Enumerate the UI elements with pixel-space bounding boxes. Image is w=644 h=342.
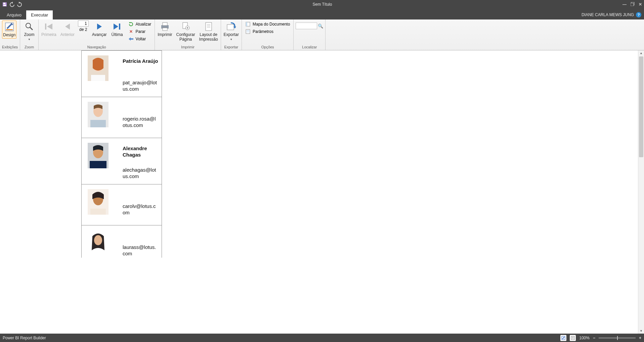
print-layout-button[interactable]: Layout de Impressão	[199, 20, 219, 43]
tab-run[interactable]: Executar	[26, 10, 53, 19]
binoculars-icon[interactable]: 🔍	[318, 24, 323, 29]
print-icon	[160, 21, 170, 32]
person-email: carolv@lotus.com	[123, 203, 158, 216]
ribbon-group-zoom-label: Zoom	[22, 45, 36, 50]
svg-rect-16	[119, 24, 120, 30]
print-layout-icon	[203, 21, 214, 32]
person-photo	[88, 189, 109, 215]
person-email: pat_araujo@lotus.com	[123, 80, 158, 92]
next-page-label: Avançar	[92, 33, 107, 37]
ribbon: Design Exibições Zoom ▼ Zoom Primeira	[0, 19, 644, 50]
svg-rect-21	[163, 28, 167, 31]
chevron-down-icon: ▼	[230, 38, 232, 41]
print-layout-label: Layout de Impressão	[199, 33, 218, 42]
zoom-slider[interactable]	[599, 337, 636, 339]
svg-rect-1	[3, 3, 5, 4]
stop-button[interactable]: ✕ Parar	[127, 29, 153, 35]
zoom-in-button[interactable]: +	[639, 336, 641, 340]
scroll-down-icon[interactable]: ▼	[638, 328, 644, 334]
doc-map-button[interactable]: Mapa do Documento	[244, 21, 291, 27]
next-page-button[interactable]: Avançar	[91, 20, 108, 38]
person-email: alechagas@lotus.com	[123, 167, 158, 180]
tab-file[interactable]: Arquivo	[2, 10, 26, 19]
find-input[interactable]	[296, 23, 317, 29]
svg-point-24	[187, 27, 188, 29]
print-button[interactable]: Imprimir	[157, 20, 173, 38]
svg-rect-20	[163, 23, 167, 26]
svg-rect-34	[247, 30, 249, 31]
scrollbar-thumb[interactable]	[639, 56, 643, 157]
person-name: Alexandre Chagas	[123, 145, 158, 158]
find-box: 🔍	[296, 20, 323, 29]
zoom-level-label: 100%	[579, 336, 590, 340]
options-small-buttons: Mapa do Documento Parâmetros	[244, 20, 291, 35]
minimize-icon[interactable]: —	[622, 2, 627, 7]
status-bar: Power BI Report Builder 100% − +	[0, 334, 644, 342]
status-controls: 100% − +	[560, 335, 641, 341]
report-card: Patrícia Araújo pat_araujo@lotus.com	[82, 51, 162, 97]
ribbon-group-zoom: Zoom ▼ Zoom	[20, 19, 39, 50]
export-label: Exportar	[224, 33, 239, 37]
prev-page-button[interactable]: Anterior	[60, 20, 75, 38]
report-canvas: Patrícia Araújo pat_araujo@lotus.com rog…	[0, 50, 644, 334]
svg-marker-14	[97, 24, 102, 30]
quick-access-toolbar	[2, 2, 22, 7]
restore-icon[interactable]	[631, 2, 635, 7]
svg-line-10	[30, 27, 33, 30]
svg-marker-4	[19, 2, 20, 4]
ribbon-group-nav: Primeira Anterior de 2 Avançar	[39, 19, 155, 50]
close-icon[interactable]: ✕	[639, 2, 642, 7]
undo-icon[interactable]	[9, 2, 15, 7]
params-button[interactable]: Parâmetros	[244, 29, 291, 35]
scroll-up-icon[interactable]: ▲	[638, 50, 644, 56]
zoom-out-button[interactable]: −	[593, 336, 595, 340]
person-photo	[88, 143, 109, 168]
view-design-icon[interactable]	[560, 335, 566, 341]
svg-point-51	[94, 235, 102, 245]
redo-icon[interactable]	[17, 2, 22, 7]
chevron-down-icon: ▼	[28, 38, 31, 41]
svg-rect-41	[90, 120, 106, 127]
status-app-label: Power BI Report Builder	[3, 336, 560, 340]
vertical-scrollbar[interactable]: ▲ ▼	[638, 50, 644, 334]
last-page-button[interactable]: Última	[110, 20, 124, 38]
zoom-button[interactable]: Zoom ▼	[22, 20, 36, 42]
last-page-label: Última	[112, 33, 123, 37]
params-icon	[245, 29, 251, 34]
svg-rect-35	[247, 32, 249, 32]
help-icon[interactable]: ?	[636, 12, 641, 17]
ribbon-group-find-label: Localizar	[296, 45, 323, 50]
svg-rect-8	[6, 29, 13, 30]
view-preview-icon[interactable]	[570, 335, 576, 341]
prev-page-label: Anterior	[60, 33, 75, 37]
design-button[interactable]: Design	[2, 20, 16, 39]
svg-marker-12	[47, 24, 52, 30]
page-setup-button[interactable]: Configurar Página	[176, 20, 196, 43]
person-email: laurass@lotus.com	[123, 244, 158, 257]
first-page-button[interactable]: Primeira	[41, 20, 57, 38]
report-card: rogerio.rosa@lotus.com	[82, 97, 162, 138]
svg-rect-29	[227, 25, 234, 30]
svg-rect-25	[206, 23, 212, 31]
page-input-group: de 2	[78, 20, 89, 32]
svg-marker-15	[114, 24, 118, 30]
person-photo	[88, 230, 109, 255]
back-icon	[128, 36, 134, 42]
refresh-button[interactable]: Atualizar	[127, 21, 153, 27]
ribbon-group-print-label: Imprimir	[157, 45, 218, 50]
back-button[interactable]: Voltar	[127, 36, 153, 42]
svg-point-9	[26, 23, 31, 28]
ribbon-group-views: Design Exibições	[0, 19, 20, 50]
print-label: Imprimir	[158, 33, 172, 37]
menu-bar: Arquivo Executar DIANE CARLA MEWS JUNG ?	[0, 9, 644, 19]
ribbon-group-options: Mapa do Documento Parâmetros Opções	[242, 19, 294, 50]
save-icon[interactable]	[2, 2, 7, 7]
doc-map-icon	[245, 22, 251, 27]
svg-rect-2	[3, 5, 6, 6]
page-of-label: de 2	[79, 27, 87, 32]
ribbon-group-nav-label: Navegação	[41, 45, 153, 50]
ribbon-group-export: Exportar ▼ Exportar	[221, 19, 242, 50]
export-button[interactable]: Exportar ▼	[223, 20, 240, 42]
user-area: DIANE CARLA MEWS JUNG ?	[582, 12, 641, 17]
page-number-input[interactable]	[78, 20, 89, 27]
